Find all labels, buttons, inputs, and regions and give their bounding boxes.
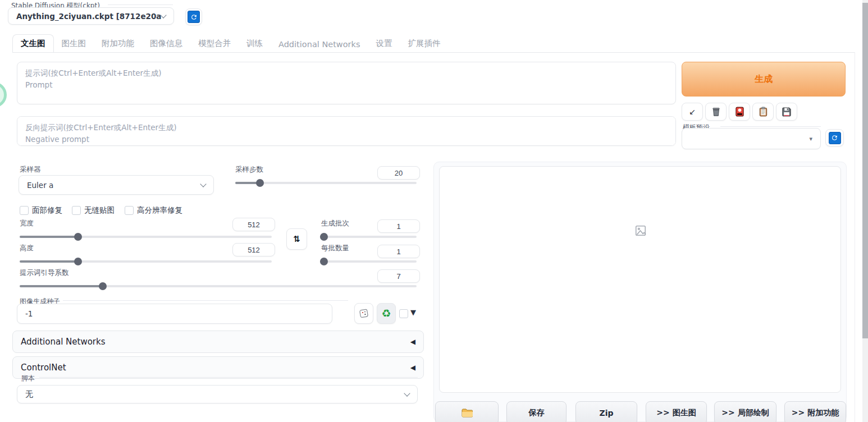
additional-networks-title: Additional Networks — [21, 337, 106, 347]
additional-networks-accordion[interactable]: Additional Networks ◀ — [12, 331, 424, 353]
batch-count-input[interactable] — [377, 219, 420, 233]
batch-size-label: 每批数量 — [321, 244, 349, 253]
open-folder-button[interactable] — [435, 401, 499, 422]
send-to-extras-button[interactable]: >> 附加功能 — [784, 401, 846, 422]
face-restore-label: 面部修复 — [32, 205, 62, 215]
apply-style-button[interactable] — [752, 103, 774, 121]
height-label: 高度 — [20, 244, 34, 253]
chevron-down-icon — [200, 181, 206, 187]
batch-size-slider[interactable] — [320, 258, 417, 265]
content-right-border — [855, 52, 855, 422]
width-input[interactable] — [232, 218, 275, 231]
steps-slider[interactable] — [235, 179, 417, 187]
model-select[interactable]: Anything_2ciyuan.ckpt [8712e20a5d] — [8, 7, 174, 25]
clipboard-icon — [759, 107, 768, 117]
scrollbar-thumb[interactable] — [862, 3, 868, 338]
main-tabs: 文生图 图生图 附加功能 图像信息 模型合并 训练 Additional Net… — [12, 35, 449, 52]
highres-fix-label: 高分辨率修复 — [137, 205, 182, 215]
seed-extra-arrow-icon[interactable]: ▼ — [410, 308, 416, 316]
refresh-icon — [829, 132, 841, 144]
tabbar-underline — [12, 52, 855, 53]
controlnet-accordion[interactable]: ControlNet ◀ — [12, 356, 424, 379]
steps-input[interactable] — [377, 166, 420, 180]
tiling-label: 无缝贴图 — [84, 205, 115, 215]
controlnet-title: ControlNet — [21, 363, 66, 373]
minimize-button[interactable]: ↙ — [682, 103, 703, 121]
sampler-value: Euler a — [27, 181, 201, 190]
tab-img2img[interactable]: 图生图 — [54, 35, 94, 52]
refresh-model-button[interactable] — [185, 8, 202, 25]
sampler-select[interactable]: Euler a — [19, 175, 214, 195]
style-card-button[interactable] — [729, 103, 750, 121]
seed-label-line — [63, 300, 348, 301]
script-value: 无 — [25, 389, 405, 400]
refresh-icon — [188, 11, 200, 23]
swap-width-height-button[interactable]: ⇅ — [286, 228, 307, 250]
sampler-label: 采样器 — [20, 165, 41, 175]
template-preset-select[interactable]: ▾ — [682, 128, 821, 149]
extra-seed-checkbox[interactable] — [399, 309, 408, 318]
batch-size-input[interactable] — [377, 245, 420, 258]
tab-extensions[interactable]: 扩展插件 — [400, 35, 449, 52]
send-to-img2img-button[interactable]: >> 图生图 — [646, 401, 707, 422]
stable-diffusion-webui: Stable Diffusion 模型(ckpt) Anything_2ciyu… — [0, 0, 868, 422]
reuse-seed-button[interactable]: ♻ — [377, 303, 396, 324]
tab-extras[interactable]: 附加功能 — [94, 35, 142, 52]
script-label: 脚本 — [21, 374, 35, 383]
send-to-inpaint-button[interactable]: >> 局部绘制 — [714, 401, 776, 422]
steps-label: 采样步数 — [235, 165, 263, 175]
tab-additional-networks[interactable]: Additional Networks — [271, 36, 368, 52]
side-panel-handle[interactable] — [0, 82, 7, 108]
result-image-area — [439, 166, 841, 393]
width-slider[interactable] — [20, 233, 272, 241]
chevron-down-icon — [404, 390, 410, 396]
negative-prompt-input[interactable] — [17, 116, 676, 146]
generate-button[interactable]: 生成 — [682, 62, 846, 97]
height-slider[interactable] — [20, 258, 272, 265]
dropdown-arrow-icon: ▾ — [809, 135, 812, 143]
floppy-disk-icon — [782, 107, 791, 117]
collapse-arrow-icon: ◀ — [410, 364, 415, 371]
height-input[interactable] — [232, 243, 275, 256]
batch-count-label: 生成批次 — [321, 219, 349, 228]
model-select-value: Anything_2ciyuan.ckpt [8712e20a5d] — [16, 12, 161, 21]
refresh-preset-button[interactable] — [825, 129, 844, 146]
image-placeholder-icon — [634, 224, 647, 237]
folder-icon — [462, 409, 473, 418]
chevron-down-icon — [160, 12, 166, 18]
tab-train[interactable]: 训练 — [239, 35, 271, 52]
face-restore-checkbox[interactable] — [20, 206, 29, 215]
swap-arrows-icon: ⇅ — [293, 234, 300, 244]
save-button[interactable]: 保存 — [506, 401, 567, 422]
cfg-scale-label: 提示词引导系数 — [20, 268, 69, 278]
flower-card-icon — [735, 107, 744, 117]
random-seed-button[interactable] — [354, 303, 373, 324]
collapse-arrow-icon: ◀ — [410, 338, 415, 346]
arrow-down-left-icon: ↙ — [689, 107, 696, 116]
preset-label-line — [720, 126, 821, 127]
recycle-icon: ♻ — [381, 308, 391, 319]
batch-count-slider[interactable] — [320, 233, 417, 241]
prompt-input[interactable] — [17, 62, 676, 104]
width-label: 宽度 — [20, 219, 34, 228]
tab-png-info[interactable]: 图像信息 — [142, 35, 190, 52]
trash-icon — [711, 107, 721, 117]
tab-txt2img[interactable]: 文生图 — [12, 34, 54, 53]
cfg-scale-slider[interactable] — [20, 282, 417, 290]
cfg-scale-input[interactable] — [377, 269, 420, 283]
script-select[interactable]: 无 — [17, 385, 418, 403]
dice-icon — [359, 308, 369, 319]
seed-input[interactable] — [17, 304, 332, 324]
highres-fix-checkbox[interactable] — [125, 206, 134, 215]
model-label-line — [108, 4, 173, 5]
clear-prompt-button[interactable] — [705, 103, 727, 121]
save-style-button[interactable] — [776, 103, 797, 121]
tiling-checkbox[interactable] — [72, 206, 81, 215]
script-label-line — [39, 377, 418, 378]
zip-button[interactable]: Zip — [575, 401, 637, 422]
tab-checkpoint-merger[interactable]: 模型合并 — [190, 35, 239, 52]
tab-settings[interactable]: 设置 — [368, 35, 400, 52]
